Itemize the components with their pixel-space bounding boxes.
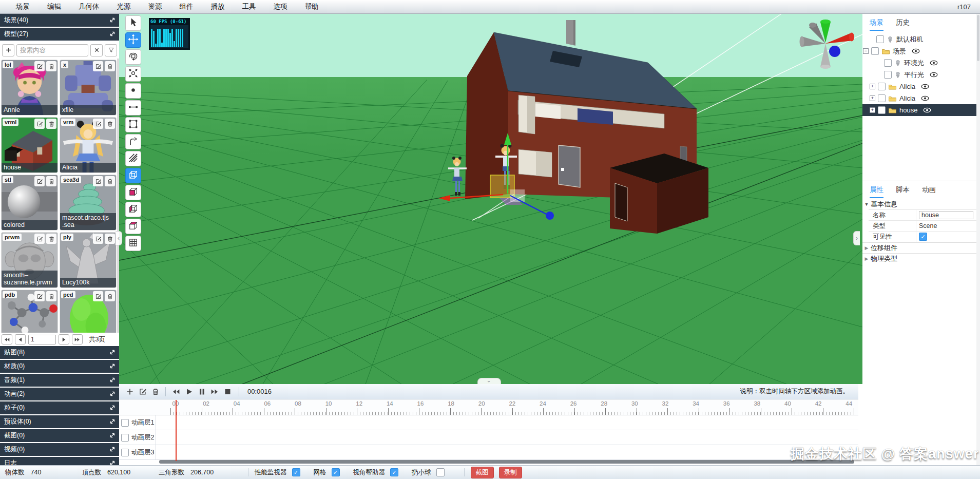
tool-cube-solid-button[interactable] — [125, 185, 141, 200]
tree-node-Alicia[interactable]: +Alicia — [862, 92, 980, 104]
model-card-Annie[interactable]: lol Annie — [2, 60, 57, 115]
edit-keyframe-button[interactable] — [136, 386, 149, 397]
expand-node-button[interactable]: + — [870, 84, 875, 89]
tool-cube-top-button[interactable] — [125, 219, 141, 234]
tool-grid-button[interactable] — [125, 236, 141, 251]
search-input[interactable] — [16, 44, 88, 56]
edit-model-button[interactable] — [93, 176, 103, 186]
timeline-scrollbar[interactable] — [159, 460, 854, 464]
model-card-pcd[interactable]: pcd — [60, 290, 116, 333]
tool-focus-button[interactable] — [125, 66, 141, 82]
expand-icon[interactable] — [109, 349, 116, 356]
menu-item-7[interactable]: 工具 — [234, 0, 265, 13]
fps-meter[interactable]: 60 FPS (0-61) — [149, 18, 190, 50]
node-checkbox[interactable] — [878, 94, 886, 102]
menu-item-3[interactable]: 光源 — [108, 0, 140, 13]
menu-item-6[interactable]: 播放 — [202, 0, 234, 13]
layer-track[interactable] — [156, 415, 858, 430]
tree-node-场景[interactable]: −场景 — [862, 45, 980, 57]
node-checkbox[interactable] — [871, 47, 879, 55]
visibility-eye-icon[interactable] — [912, 48, 920, 54]
basic-info-section-header[interactable]: ▼ 基本信息 — [862, 199, 980, 209]
delete-model-button[interactable] — [105, 291, 115, 301]
model-card-Lucy100k[interactable]: ply Lucy100k — [60, 233, 116, 288]
edit-model-button[interactable] — [34, 291, 45, 301]
visibility-eye-icon[interactable] — [921, 84, 929, 89]
delete-model-button[interactable] — [105, 119, 115, 129]
tree-node-平行光[interactable]: 平行光 — [862, 69, 980, 81]
sidebar-panel-2[interactable]: 音频(1) — [0, 374, 119, 387]
expand-icon[interactable] — [109, 376, 116, 384]
model-grid-scrollbar[interactable] — [117, 59, 119, 333]
section-物理类型[interactable]: ▶ 物理类型 — [862, 253, 980, 264]
viewport-canvas[interactable] — [119, 14, 862, 384]
tool-cube-left-button[interactable] — [125, 202, 141, 217]
filter-button[interactable] — [105, 44, 117, 56]
tab-history[interactable]: 历史 — [896, 18, 910, 31]
playhead[interactable] — [176, 400, 177, 461]
delete-keyframe-button[interactable] — [149, 386, 162, 397]
tab-script[interactable]: 脚本 — [896, 185, 910, 198]
node-checkbox[interactable] — [876, 35, 884, 43]
scene-panel-header[interactable]: 场景(40) — [0, 14, 119, 27]
clear-search-button[interactable] — [90, 44, 103, 56]
collapse-node-button[interactable]: − — [863, 48, 869, 54]
delete-model-button[interactable] — [46, 176, 56, 186]
layer-checkbox[interactable] — [121, 449, 129, 456]
tool-cube-wire-button[interactable] — [125, 168, 141, 183]
edit-model-button[interactable] — [34, 176, 45, 186]
visibility-eye-icon[interactable] — [930, 60, 938, 66]
visibility-eye-icon[interactable] — [923, 107, 931, 113]
sidebar-panel-6[interactable]: 截图(0) — [0, 429, 119, 442]
model-card-house[interactable]: vrml house — [2, 118, 57, 173]
menu-item-4[interactable]: 资源 — [140, 0, 171, 13]
toggle-checkbox[interactable]: ✓ — [332, 468, 340, 476]
layer-track[interactable] — [156, 430, 858, 445]
first-page-button[interactable] — [2, 334, 12, 344]
rewind-button[interactable] — [169, 386, 182, 397]
expand-icon[interactable] — [109, 432, 116, 439]
node-checkbox[interactable] — [884, 59, 892, 67]
toggle-checkbox[interactable]: ✓ — [390, 468, 398, 476]
delete-model-button[interactable] — [105, 61, 115, 71]
menu-item-5[interactable]: 组件 — [171, 0, 202, 13]
layer-checkbox[interactable] — [121, 434, 129, 442]
tool-hatch-button[interactable] — [125, 151, 141, 166]
tree-node-house[interactable]: +house — [862, 104, 980, 116]
menu-item-1[interactable]: 编辑 — [39, 0, 70, 13]
fast-forward-button[interactable] — [208, 386, 221, 397]
tree-node-默认相机[interactable]: 默认相机 — [862, 33, 980, 45]
delete-model-button[interactable] — [105, 176, 115, 186]
sidebar-panel-7[interactable]: 视频(0) — [0, 443, 119, 456]
right-panel-scrollbar[interactable] — [976, 14, 980, 465]
delete-model-button[interactable] — [46, 234, 56, 244]
model-panel-header[interactable]: 模型(27) — [0, 28, 119, 41]
tool-curve-button[interactable] — [125, 134, 141, 149]
tool-move-button[interactable] — [125, 32, 141, 48]
section-位移组件[interactable]: ▶ 位移组件 — [862, 242, 980, 253]
prev-page-button[interactable] — [15, 334, 26, 344]
visibility-eye-icon[interactable] — [921, 95, 929, 101]
tool-rotate-button[interactable] — [125, 49, 141, 65]
edit-model-button[interactable] — [93, 119, 103, 129]
model-card-Alicia[interactable]: vrm Alicia — [60, 118, 116, 173]
model-card-smooth-suzanne.le.prwm[interactable]: prwm smooth– suzanne.le.prwm — [2, 233, 57, 288]
edit-model-button[interactable] — [93, 61, 103, 71]
expand-icon[interactable] — [109, 418, 116, 425]
page-number-input[interactable] — [28, 335, 56, 344]
viewport[interactable]: 60 FPS (0-61) — [119, 14, 862, 384]
tree-node-环境光[interactable]: 环境光 — [862, 57, 980, 69]
model-card-pdb[interactable]: pdb — [2, 290, 57, 333]
sidebar-panel-4[interactable]: 粒子(0) — [0, 401, 119, 414]
edit-model-button[interactable] — [34, 234, 45, 244]
visibility-checkbox[interactable]: ✓ — [919, 233, 927, 241]
edit-model-button[interactable] — [93, 291, 103, 301]
tab-animation[interactable]: 动画 — [922, 185, 936, 198]
collapse-right-panel-handle[interactable]: › — [853, 231, 860, 245]
collapse-left-panel-handle[interactable]: ‹ — [116, 231, 122, 245]
visibility-eye-icon[interactable] — [930, 72, 938, 78]
menu-item-8[interactable]: 选项 — [265, 0, 296, 13]
timeline-ruler[interactable]: 0002040608101214161820222426283032343638… — [119, 399, 858, 415]
edit-model-button[interactable] — [93, 234, 103, 244]
node-checkbox[interactable] — [878, 106, 886, 114]
